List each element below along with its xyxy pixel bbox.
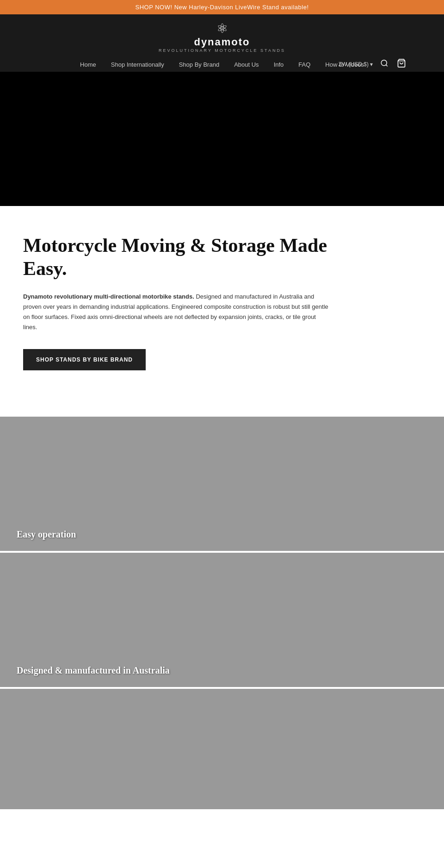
logo-atom-icon: ⚛	[216, 21, 228, 36]
cart-button[interactable]	[396, 57, 407, 71]
feature-card-designed-manufactured: Designed & manufactured in Australia	[0, 553, 444, 687]
main-content-section: Motorcycle Moving & Storage Made Easy. D…	[0, 206, 444, 389]
header-logo-area: ⚛ dynamoto REVOLUTIONARY MOTORCYCLE STAN…	[18, 14, 426, 56]
announcement-text: SHOP NOW! New Harley-Davison LiveWire St…	[136, 4, 309, 11]
site-header: ⚛ dynamoto REVOLUTIONARY MOTORCYCLE STAN…	[0, 14, 444, 72]
currency-label: ZW (USD $)	[339, 61, 369, 68]
nav-faq[interactable]: FAQ	[298, 61, 310, 68]
intro-content: Motorcycle Moving & Storage Made Easy. D…	[0, 206, 352, 389]
main-nav: Home Shop Internationally Shop By Brand …	[18, 56, 426, 72]
svg-line-1	[386, 64, 387, 66]
feature-label-easy-operation: Easy operation	[17, 529, 76, 540]
intro-bold-text: Dynamoto revolutionary multi-directional…	[23, 293, 194, 300]
search-button[interactable]	[379, 58, 389, 70]
header-utils: ZW (USD $) ▾	[339, 57, 407, 71]
svg-point-0	[381, 60, 387, 65]
nav-info[interactable]: Info	[274, 61, 284, 68]
announcement-bar: SHOP NOW! New Harley-Davison LiveWire St…	[0, 0, 444, 14]
feature-label-designed-manufactured: Designed & manufactured in Australia	[17, 665, 170, 676]
hero-video-placeholder	[0, 72, 444, 206]
logo-tagline: REVOLUTIONARY MOTORCYCLE STANDS	[159, 48, 285, 53]
nav-home[interactable]: Home	[80, 61, 96, 68]
intro-paragraph: Dynamoto revolutionary multi-directional…	[23, 292, 328, 332]
nav-shop-internationally[interactable]: Shop Internationally	[111, 61, 164, 68]
currency-chevron-icon: ▾	[370, 61, 373, 68]
currency-selector[interactable]: ZW (USD $) ▾	[339, 61, 373, 68]
logo-name: dynamoto	[194, 36, 250, 48]
site-logo[interactable]: ⚛ dynamoto REVOLUTIONARY MOTORCYCLE STAN…	[159, 21, 285, 53]
cart-icon	[397, 60, 406, 69]
feature-card-easy-operation: Easy operation	[0, 417, 444, 551]
feature-card-third	[0, 689, 444, 809]
nav-shop-by-brand[interactable]: Shop By Brand	[179, 61, 219, 68]
feature-cards-section: Easy operation Designed & manufactured i…	[0, 417, 444, 809]
search-icon	[380, 60, 388, 69]
nav-about-us[interactable]: About Us	[234, 61, 259, 68]
main-heading: Motorcycle Moving & Storage Made Easy.	[23, 234, 328, 281]
cta-shop-button[interactable]: SHOP STANDS BY BIKE BRAND	[23, 349, 146, 370]
